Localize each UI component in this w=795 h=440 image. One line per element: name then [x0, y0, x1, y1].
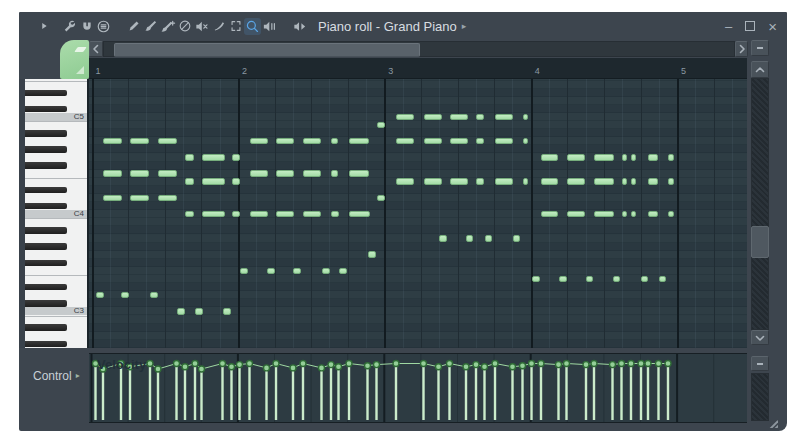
note-E3[interactable]: [613, 276, 620, 283]
key-C3[interactable]: C3: [25, 307, 87, 315]
black-key[interactable]: [25, 146, 67, 153]
collapse-arrow-icon[interactable]: [35, 18, 52, 35]
note-C5[interactable]: [424, 114, 442, 121]
note-C4[interactable]: [668, 211, 674, 218]
note-A4[interactable]: [250, 138, 268, 145]
note-A4[interactable]: [103, 138, 122, 145]
note-F4[interactable]: [331, 170, 338, 177]
note-C4[interactable]: [594, 211, 614, 218]
note-F3[interactable]: [322, 268, 330, 275]
delete-slash-icon[interactable]: [176, 18, 193, 35]
black-key[interactable]: [25, 284, 67, 291]
note-C5[interactable]: [476, 114, 484, 121]
slice-knife-icon[interactable]: [210, 18, 227, 35]
note-F4[interactable]: [303, 170, 321, 177]
note-E3[interactable]: [641, 276, 648, 283]
note-A4[interactable]: [303, 138, 321, 145]
title-dropdown-arrow[interactable]: ▸: [462, 21, 467, 31]
black-key[interactable]: [25, 187, 67, 194]
black-key[interactable]: [25, 300, 67, 307]
note-D4[interactable]: [130, 195, 149, 202]
control-lane-collapse-button[interactable]: [751, 356, 769, 371]
note-E4[interactable]: [567, 178, 585, 185]
note-G4[interactable]: [631, 154, 636, 161]
playback-preview-icon[interactable]: [261, 18, 278, 35]
note-D3[interactable]: [121, 292, 129, 299]
note-G4[interactable]: [622, 154, 627, 161]
note-C4[interactable]: [185, 211, 194, 218]
hscroll-right-button[interactable]: [735, 41, 748, 57]
note-G4[interactable]: [668, 154, 674, 161]
note-A4[interactable]: [349, 138, 369, 145]
note-A3[interactable]: [439, 235, 447, 242]
note-D4[interactable]: [103, 195, 122, 202]
note-A4[interactable]: [450, 138, 468, 145]
note-C3[interactable]: [195, 308, 203, 315]
black-key[interactable]: [25, 341, 67, 348]
note-A4[interactable]: [476, 138, 484, 145]
slide-porta-widget[interactable]: [60, 40, 89, 79]
note-G4[interactable]: [202, 154, 225, 161]
note-E4[interactable]: [541, 178, 558, 185]
note-A3[interactable]: [466, 235, 473, 242]
note-C4[interactable]: [250, 211, 268, 218]
note-C5[interactable]: [495, 114, 513, 121]
note-F3[interactable]: [267, 268, 275, 275]
control-target-selector[interactable]: Control ▸: [19, 353, 89, 423]
velocity-lane[interactable]: Velocity: [89, 353, 747, 423]
vscroll-track[interactable]: [751, 78, 769, 330]
draw-pencil-icon[interactable]: [125, 18, 142, 35]
note-E4[interactable]: [622, 178, 627, 185]
tools-wrench-icon[interactable]: [61, 18, 78, 35]
note-F4[interactable]: [250, 170, 268, 177]
note-E4[interactable]: [594, 178, 614, 185]
note-C4[interactable]: [331, 211, 339, 218]
note-G4[interactable]: [541, 154, 558, 161]
note-C5[interactable]: [523, 114, 528, 121]
note-G3[interactable]: [368, 251, 376, 258]
note-grid[interactable]: [89, 79, 747, 348]
note-G4[interactable]: [232, 154, 240, 161]
maximize-button[interactable]: [745, 21, 755, 31]
note-E4[interactable]: [396, 178, 414, 185]
note-C4[interactable]: [232, 211, 240, 218]
close-button[interactable]: ×: [768, 19, 777, 34]
note-E4[interactable]: [668, 178, 674, 185]
note-C4[interactable]: [648, 211, 658, 218]
note-C5[interactable]: [396, 114, 414, 121]
hscroll-thumb[interactable]: [114, 43, 420, 57]
timeline-ruler[interactable]: 12345: [89, 58, 747, 79]
note-E4[interactable]: [476, 178, 484, 185]
hscroll-left-button[interactable]: [89, 41, 103, 57]
note-E3[interactable]: [532, 276, 540, 283]
note-C4[interactable]: [622, 211, 627, 218]
key-C4[interactable]: C4: [25, 210, 87, 218]
snap-magnet-icon[interactable]: [78, 18, 95, 35]
velocity-spikes[interactable]: [89, 354, 747, 422]
paint-sequence-icon[interactable]: [159, 18, 176, 35]
resize-grip[interactable]: [768, 419, 778, 428]
note-E4[interactable]: [631, 178, 636, 185]
note-E3[interactable]: [659, 276, 666, 283]
note-C4[interactable]: [303, 211, 321, 218]
black-key[interactable]: [25, 227, 67, 234]
note-G4[interactable]: [648, 154, 658, 161]
note-E4[interactable]: [424, 178, 442, 185]
note-C4[interactable]: [541, 211, 558, 218]
piano-keyboard[interactable]: C5C4C3: [25, 79, 89, 348]
note-F4[interactable]: [158, 170, 177, 177]
note-D4[interactable]: [377, 195, 385, 202]
note-F4[interactable]: [103, 170, 122, 177]
note-G4[interactable]: [185, 154, 194, 161]
note-A4[interactable]: [424, 138, 442, 145]
black-key[interactable]: [25, 106, 67, 113]
vscroll-down-button[interactable]: [751, 330, 769, 345]
note-F4[interactable]: [349, 170, 369, 177]
note-E4[interactable]: [185, 178, 194, 185]
note-D3[interactable]: [150, 292, 158, 299]
control-scroll-track[interactable]: [751, 373, 769, 421]
note-C5[interactable]: [450, 114, 468, 121]
note-F3[interactable]: [339, 268, 347, 275]
black-key[interactable]: [25, 203, 67, 210]
note-E4[interactable]: [202, 178, 225, 185]
